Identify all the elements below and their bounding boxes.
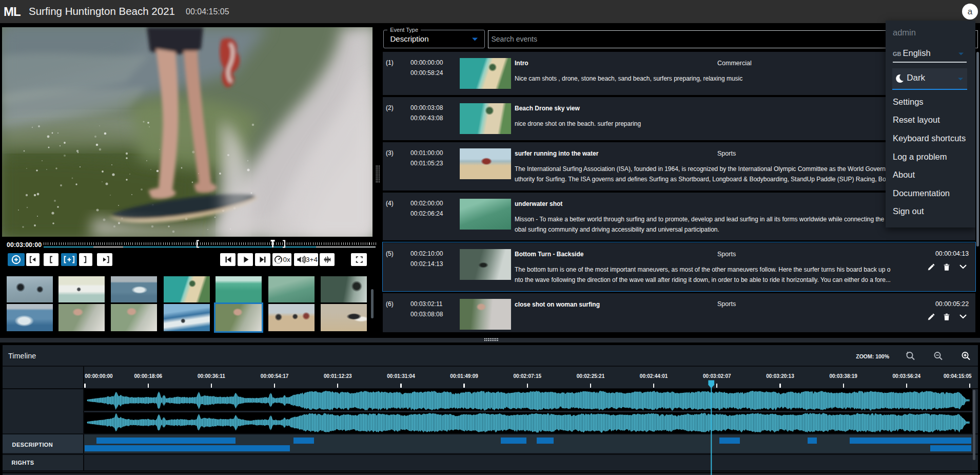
svg-text:0x: 0x <box>283 256 291 263</box>
svg-text:3+4: 3+4 <box>306 256 318 263</box>
